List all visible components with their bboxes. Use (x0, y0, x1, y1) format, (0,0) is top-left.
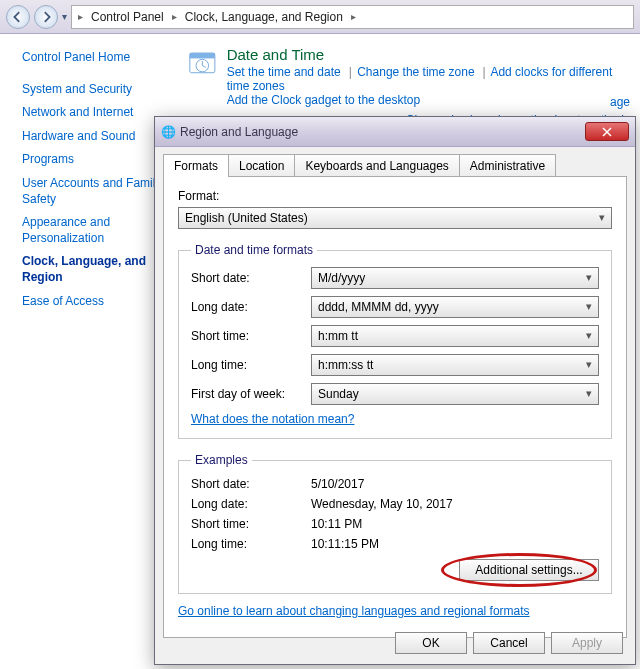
control-panel-sidebar: Control Panel Home System and Security N… (0, 34, 180, 669)
ex-label-short-date: Short date: (191, 477, 311, 491)
close-button[interactable] (585, 122, 629, 141)
value-long-date: dddd, MMMM dd, yyyy (318, 300, 439, 314)
forward-button[interactable] (34, 5, 58, 29)
group-date-time-formats: Date and time formats Short date:M/d/yyy… (178, 243, 612, 439)
tab-administrative[interactable]: Administrative (459, 154, 556, 177)
combo-long-date[interactable]: dddd, MMMM dd, yyyy (311, 296, 599, 318)
format-label: Format: (178, 189, 612, 203)
label-first-day-of-week: First day of week: (191, 387, 311, 401)
ex-label-short-time: Short time: (191, 517, 311, 531)
ex-long-date: Wednesday, May 10, 2017 (311, 497, 453, 511)
sidebar-item-network[interactable]: Network and Internet (22, 105, 170, 121)
tab-body: Format: English (United States) Date and… (163, 176, 627, 638)
value-first-day-of-week: Sunday (318, 387, 359, 401)
link-add-clock-gadget[interactable]: Add the Clock gadget to the desktop (227, 93, 420, 107)
chevron-right-icon: ▸ (170, 11, 179, 22)
link-notation-help[interactable]: What does the notation mean? (191, 412, 354, 426)
chevron-down-icon[interactable]: ▾ (62, 11, 67, 22)
tab-formats[interactable]: Formats (163, 154, 229, 177)
link-change-time-zone[interactable]: Change the time zone (357, 65, 474, 79)
breadcrumb-seg-control-panel[interactable]: Control Panel (87, 8, 168, 26)
tab-keyboards-languages[interactable]: Keyboards and Languages (294, 154, 459, 177)
sidebar-item-system-security[interactable]: System and Security (22, 82, 170, 98)
group-legend-examples: Examples (191, 453, 252, 467)
breadcrumb[interactable]: ▸ Control Panel ▸ Clock, Language, and R… (71, 5, 634, 29)
link-set-time-date[interactable]: Set the time and date (227, 65, 341, 79)
ok-button[interactable]: OK (395, 632, 467, 654)
svg-rect-1 (190, 53, 215, 58)
dialog-title: Region and Language (176, 125, 585, 139)
value-short-date: M/d/yyyy (318, 271, 365, 285)
chevron-right-icon: ▸ (349, 11, 358, 22)
ex-label-long-date: Long date: (191, 497, 311, 511)
value-short-time: h:mm tt (318, 329, 358, 343)
combo-long-time[interactable]: h:mm:ss tt (311, 354, 599, 376)
apply-button[interactable]: Apply (551, 632, 623, 654)
sidebar-item-programs[interactable]: Programs (22, 152, 170, 168)
sidebar-item-user-accounts[interactable]: User Accounts and Family Safety (22, 176, 170, 207)
back-button[interactable] (6, 5, 30, 29)
group-examples: Examples Short date:5/10/2017 Long date:… (178, 453, 612, 594)
section-title-date-time: Date and Time (227, 46, 632, 63)
sidebar-home[interactable]: Control Panel Home (22, 50, 170, 66)
format-combo[interactable]: English (United States) (178, 207, 612, 229)
dialog-titlebar[interactable]: 🌐 Region and Language (155, 117, 635, 147)
sidebar-item-clock-language[interactable]: Clock, Language, and Region (22, 254, 170, 285)
breadcrumb-root-icon: ▸ (76, 11, 85, 22)
sidebar-item-hardware-sound[interactable]: Hardware and Sound (22, 129, 170, 145)
globe-icon: 🌐 (161, 125, 176, 139)
dialog-button-row: OK Cancel Apply (395, 632, 623, 654)
tab-location[interactable]: Location (228, 154, 295, 177)
ex-short-time: 10:11 PM (311, 517, 362, 531)
combo-short-time[interactable]: h:mm tt (311, 325, 599, 347)
explorer-toolbar: ▾ ▸ Control Panel ▸ Clock, Language, and… (0, 0, 640, 34)
ex-label-long-time: Long time: (191, 537, 311, 551)
cancel-button[interactable]: Cancel (473, 632, 545, 654)
ex-short-date: 5/10/2017 (311, 477, 364, 491)
breadcrumb-seg-clock-lang-region[interactable]: Clock, Language, and Region (181, 8, 347, 26)
sidebar-item-ease-of-access[interactable]: Ease of Access (22, 294, 170, 310)
value-long-time: h:mm:ss tt (318, 358, 373, 372)
tab-strip: Formats Location Keyboards and Languages… (155, 147, 635, 176)
clock-icon (188, 46, 217, 78)
combo-short-date[interactable]: M/d/yyyy (311, 267, 599, 289)
group-legend-formats: Date and time formats (191, 243, 317, 257)
region-language-dialog: 🌐 Region and Language Formats Location K… (154, 116, 636, 665)
label-long-date: Long date: (191, 300, 311, 314)
bg-link-age[interactable]: age (610, 95, 630, 109)
label-long-time: Long time: (191, 358, 311, 372)
link-go-online[interactable]: Go online to learn about changing langua… (178, 604, 530, 618)
label-short-time: Short time: (191, 329, 311, 343)
combo-first-day-of-week[interactable]: Sunday (311, 383, 599, 405)
label-short-date: Short date: (191, 271, 311, 285)
format-value: English (United States) (185, 211, 308, 225)
ex-long-time: 10:11:15 PM (311, 537, 379, 551)
sidebar-item-appearance[interactable]: Appearance and Personalization (22, 215, 170, 246)
additional-settings-button[interactable]: Additional settings... (459, 559, 599, 581)
